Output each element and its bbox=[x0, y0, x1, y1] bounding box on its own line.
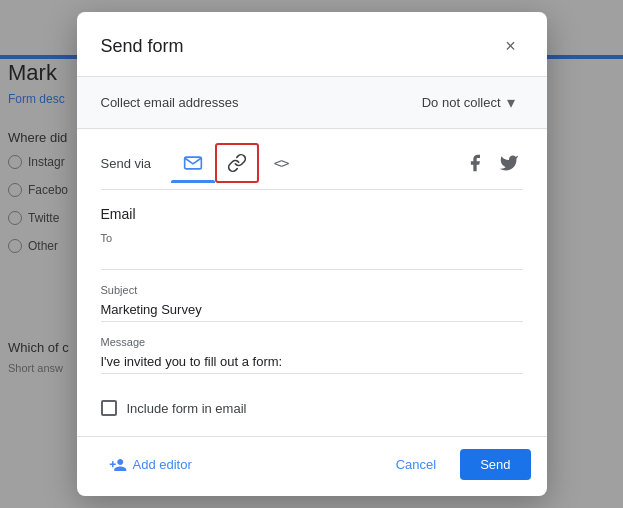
to-input[interactable] bbox=[101, 246, 523, 270]
footer-actions: Cancel Send bbox=[380, 449, 531, 480]
send-button[interactable]: Send bbox=[460, 449, 530, 480]
code-icon: <> bbox=[274, 155, 289, 171]
dialog-header: Send form × bbox=[77, 12, 547, 76]
cancel-button[interactable]: Cancel bbox=[380, 449, 452, 480]
tab-email[interactable] bbox=[171, 143, 215, 183]
message-field-container: Message bbox=[77, 336, 547, 374]
subject-label: Subject bbox=[101, 284, 523, 296]
collect-value: Do not collect bbox=[422, 95, 501, 110]
to-label: To bbox=[101, 232, 523, 244]
dialog-footer: Add editor Cancel Send bbox=[77, 436, 547, 496]
add-editor-label: Add editor bbox=[133, 457, 192, 472]
include-form-row: Include form in email bbox=[77, 388, 547, 436]
twitter-icon[interactable] bbox=[495, 149, 523, 177]
collect-email-label: Collect email addresses bbox=[101, 95, 239, 110]
send-via-row: Send via <> bbox=[77, 129, 547, 189]
send-form-dialog: Send form × Collect email addresses Do n… bbox=[77, 12, 547, 496]
collect-dropdown[interactable]: Do not collect ▾ bbox=[414, 89, 523, 116]
tab-icons: <> bbox=[171, 143, 303, 183]
facebook-icon[interactable] bbox=[461, 149, 489, 177]
close-button[interactable]: × bbox=[495, 30, 527, 62]
dialog-title: Send form bbox=[101, 36, 184, 57]
tab-link[interactable] bbox=[215, 143, 259, 183]
collect-email-row: Collect email addresses Do not collect ▾ bbox=[77, 76, 547, 129]
tab-embed[interactable]: <> bbox=[259, 143, 303, 183]
subject-field-container: Subject bbox=[77, 284, 547, 322]
social-icons bbox=[461, 149, 523, 177]
include-form-checkbox[interactable] bbox=[101, 400, 117, 416]
chevron-down-icon: ▾ bbox=[507, 93, 515, 112]
to-field-container: To bbox=[77, 232, 547, 270]
subject-input[interactable] bbox=[101, 298, 523, 322]
message-input[interactable] bbox=[101, 350, 523, 374]
message-label: Message bbox=[101, 336, 523, 348]
add-person-icon bbox=[109, 456, 127, 474]
add-editor-button[interactable]: Add editor bbox=[101, 450, 200, 480]
send-via-label: Send via bbox=[101, 156, 152, 171]
email-section-title: Email bbox=[77, 190, 547, 232]
include-form-label: Include form in email bbox=[127, 401, 247, 416]
